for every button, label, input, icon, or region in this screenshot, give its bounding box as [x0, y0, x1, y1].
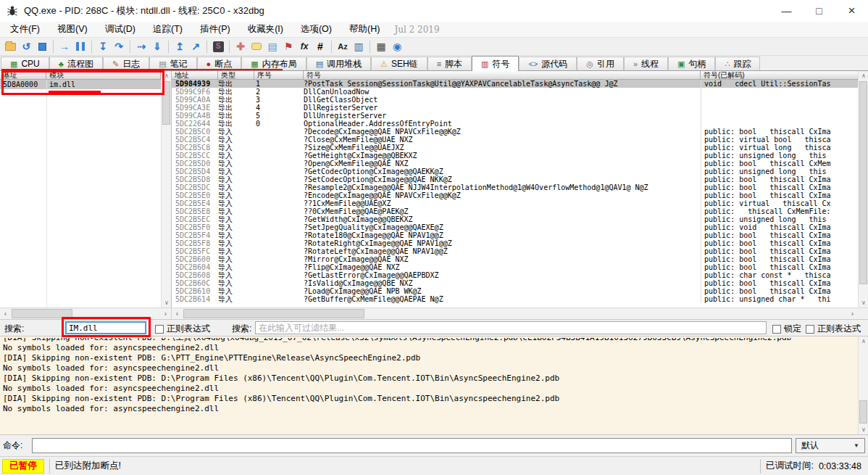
symbol-row[interactable]: 5DC2B5E8导入??0CxMemFile@@QAE@PAEK@Zpublic…: [172, 207, 858, 215]
column-header-address[interactable]: 地址: [172, 71, 218, 80]
scroll-thumb[interactable]: [162, 81, 170, 125]
close-button[interactable]: ×: [835, 0, 868, 22]
module-row[interactable]: 5D8A0000im.dll: [0, 80, 161, 89]
column-header-base[interactable]: 基址: [0, 71, 46, 80]
menu-item[interactable]: 追踪(T): [144, 22, 191, 37]
scroll-up-icon[interactable]: ∧: [162, 71, 172, 80]
symbol-row[interactable]: 5DC2B5F0导入?SetJpegQuality@CxImage@@QAEXE…: [172, 223, 858, 231]
step-over-icon[interactable]: ↷: [112, 40, 125, 53]
symbol-row[interactable]: 5DC2B5D8导入?SetCodecOption@CxImage@@QAE_N…: [172, 175, 858, 183]
scroll-thumb[interactable]: [859, 81, 867, 284]
maximize-button[interactable]: □: [803, 0, 835, 22]
symbol-row[interactable]: 5DC2B5E0导入?Encode@CxImage@@QAE_NPAVCxFil…: [172, 191, 858, 199]
symbol-row[interactable]: 5DC2B5CC导入?GetHeight@CxImage@@QBEKXZpubl…: [172, 152, 858, 160]
strings-icon[interactable]: Az: [336, 40, 349, 53]
scroll-down-icon[interactable]: ∨: [859, 425, 868, 434]
scroll-thumb[interactable]: [12, 309, 72, 318]
symbol-row[interactable]: 5DC2B5DC导入?Resample2@CxImage@@QAE_NJJW4I…: [172, 183, 858, 191]
tab-trace[interactable]: ∴跟踪: [715, 57, 760, 70]
symbol-row[interactable]: 5DC2B5D4导入?GetCodecOption@CxImage@@QAEKK…: [172, 168, 858, 175]
open-file-button[interactable]: [4, 40, 17, 53]
tab-seh[interactable]: ⚠SEH链: [371, 57, 427, 70]
symbol-row[interactable]: 5DC2B610导入?Load@CxImage@@QAE_NPB_WK@Zpub…: [172, 287, 858, 295]
regex-checkbox[interactable]: [155, 325, 164, 334]
modules-vscrollbar[interactable]: ∧ ∨: [161, 71, 171, 307]
symbol-row[interactable]: 5DC2B5F4导入?Rotate180@CxImage@@QAE_NPAV1@…: [172, 231, 858, 239]
scroll-right-icon[interactable]: ›: [160, 308, 171, 319]
menu-item[interactable]: 选项(O): [292, 22, 341, 37]
tab-graph[interactable]: ♣流程图: [49, 57, 103, 70]
tab-notes[interactable]: ▤笔记: [149, 57, 196, 70]
symbol-row[interactable]: 5D99CA0A导出3DllGetClassObject: [172, 96, 858, 104]
symbol-filter-input[interactable]: [255, 321, 767, 334]
tab-references[interactable]: ◎引用: [577, 57, 624, 70]
column-header-symbol-undecorated[interactable]: 符号(已解码): [701, 71, 858, 80]
symbol-row[interactable]: 5DC2B5D0导入?Open@CxMemFile@@QAE_NXZpublic…: [172, 160, 858, 168]
menu-item[interactable]: 视图(V): [49, 22, 96, 37]
preferences-globe-icon[interactable]: ◉: [391, 40, 404, 53]
symbol-row[interactable]: 5D99CA3E导出4DllRegisterServer: [172, 104, 858, 112]
menu-item[interactable]: 收藏夹(I): [239, 22, 292, 37]
symbols-hscrollbar[interactable]: ‹ ›: [172, 308, 858, 319]
run-to-user-code-icon[interactable]: ↗: [189, 40, 202, 53]
symbol-row[interactable]: 5DC22644导出0OptionalHeader.AddressOfEntry…: [172, 120, 858, 128]
log-vscrollbar[interactable]: ∧ ∨: [858, 336, 868, 434]
symbol-row[interactable]: 5DC2B5EC导入?GetWidth@CxImage@@QBEKXZpubli…: [172, 215, 858, 223]
stop-button[interactable]: [36, 40, 49, 53]
step-into-icon[interactable]: ↧: [96, 40, 109, 53]
symbol-row[interactable]: 5DC2B5FC导入?RotateLeft@CxImage@@QAE_NPAV1…: [172, 247, 858, 255]
tab-call-stack[interactable]: ▤调用堆栈: [306, 57, 371, 70]
profile-dropdown[interactable]: 默认 ▼: [796, 438, 865, 453]
calculator-icon[interactable]: ▦: [375, 40, 388, 53]
menu-item[interactable]: 帮助(H): [341, 22, 388, 37]
tab-cpu[interactable]: ▦CPU: [1, 57, 49, 70]
seh-chain-button[interactable]: S: [212, 40, 225, 53]
symbol-row[interactable]: 5DC2B614导入?GetBuffer@CxMemFile@@QAEPAE_N…: [172, 295, 858, 303]
symbol-row[interactable]: 5DC2B5C8导入?Size@CxMemFile@@UAEJXZpublic:…: [172, 144, 858, 152]
symbol-row[interactable]: 5DC2B608导入?GetLastError@CxImage@@QAEPBDX…: [172, 271, 858, 279]
patches-icon[interactable]: ✚: [234, 40, 247, 53]
tab-memory-map[interactable]: ▦内存布局: [241, 57, 306, 70]
regex2-checkbox[interactable]: [806, 325, 814, 334]
menu-item[interactable]: 文件(F): [1, 22, 49, 37]
functions-icon[interactable]: fx: [298, 40, 311, 53]
modules-icon[interactable]: ▥: [352, 40, 365, 53]
column-header-type[interactable]: 类型: [218, 71, 254, 80]
step-out-icon[interactable]: ↥: [173, 40, 186, 53]
scroll-thumb[interactable]: [859, 400, 867, 424]
tab-threads[interactable]: »线程: [624, 57, 668, 70]
symbol-row[interactable]: 5DC2B5E4导入??1CxMemFile@@UAE@XZpublic: vi…: [172, 199, 858, 207]
scroll-left-icon[interactable]: ‹: [0, 308, 11, 319]
scroll-up-icon[interactable]: ∧: [859, 71, 868, 80]
scroll-down-icon[interactable]: ∨: [859, 298, 868, 307]
scroll-left-icon[interactable]: ‹: [172, 308, 183, 319]
menu-item[interactable]: 调试(D): [96, 22, 144, 37]
run-icon[interactable]: →: [58, 40, 71, 53]
skip-icon[interactable]: ⇢: [135, 40, 148, 53]
tab-source[interactable]: <>源代码: [519, 57, 577, 70]
labels-icon[interactable]: ▤: [266, 40, 279, 53]
symbol-row[interactable]: 5DC2B600导入?Mirror@CxImage@@QAE_NXZpublic…: [172, 255, 858, 263]
symbols-vscrollbar[interactable]: ∧ ∨: [858, 71, 868, 307]
tab-symbols[interactable]: ▥符号: [472, 56, 519, 71]
symbol-row[interactable]: 5D99C9F6导出2DllCanUnloadNow: [172, 88, 858, 96]
symbol-row[interactable]: 5DC2B60C导入?IsValid@CxImage@@QBE_NXZpubli…: [172, 279, 858, 287]
lock-checkbox[interactable]: [772, 325, 781, 334]
tab-log[interactable]: ✎日志: [103, 57, 149, 70]
tab-script[interactable]: ≡脚本: [427, 57, 472, 70]
minimize-button[interactable]: —: [770, 0, 803, 22]
symbol-row[interactable]: 5DC2B5F8导入?RotateRight@CxImage@@QAE_NPAV…: [172, 239, 858, 247]
column-header-ordinal[interactable]: 序号: [254, 71, 304, 80]
comments-button[interactable]: [250, 40, 263, 53]
scroll-thumb[interactable]: [183, 309, 364, 318]
scroll-right-icon[interactable]: ›: [847, 308, 858, 319]
scroll-down-icon[interactable]: ∨: [162, 298, 172, 307]
scroll-up-icon[interactable]: ∧: [859, 336, 868, 346]
modules-hscrollbar[interactable]: ‹ ›: [0, 308, 172, 319]
hash-icon[interactable]: #: [314, 40, 327, 53]
tab-breakpoints[interactable]: ●断点: [197, 57, 242, 70]
bookmarks-icon[interactable]: ⚑: [282, 40, 295, 53]
symbol-row[interactable]: 5D984939导出1?PostTask_Session@SessionTask…: [172, 80, 858, 88]
command-input[interactable]: [32, 438, 792, 453]
column-header-symbol[interactable]: 符号: [304, 71, 701, 80]
